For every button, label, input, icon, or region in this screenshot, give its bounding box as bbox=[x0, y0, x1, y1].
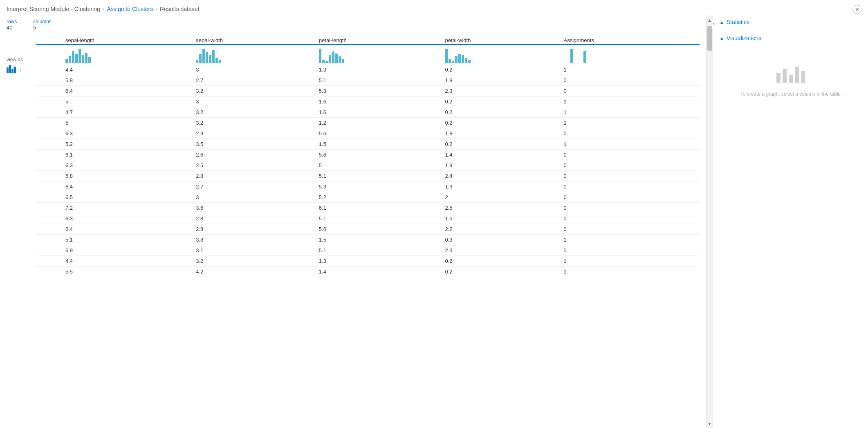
table-cell: 6.3 bbox=[65, 160, 196, 171]
scrollbar[interactable]: ▲ ▼ bbox=[706, 16, 713, 428]
histogram-assignments[interactable] bbox=[564, 45, 700, 65]
table-cell: 0 bbox=[564, 86, 700, 96]
table-cell: 3.6 bbox=[196, 203, 319, 213]
table-cell: 2.4 bbox=[445, 171, 564, 182]
table-cell: 0 bbox=[564, 160, 700, 171]
col-header-petal-width[interactable]: petal-width bbox=[445, 36, 564, 45]
table-row[interactable]: 6.32.95.61.80 bbox=[36, 128, 700, 139]
table-cell: 4.7 bbox=[65, 107, 196, 118]
table-cell: 1.9 bbox=[445, 160, 564, 171]
table-cell: 2.8 bbox=[196, 224, 319, 235]
svg-rect-4 bbox=[801, 71, 805, 83]
table-cell: 0.2 bbox=[445, 65, 564, 75]
filter-icon[interactable]: ⊤ bbox=[18, 67, 23, 73]
visualizations-section-header[interactable]: ▲ Visualizations bbox=[720, 35, 861, 44]
table-cell: 2.2 bbox=[445, 224, 564, 235]
scroll-down-button[interactable]: ▼ bbox=[707, 419, 713, 428]
scroll-up-button[interactable]: ▲ bbox=[707, 16, 713, 25]
table-cell: 1 bbox=[564, 107, 700, 118]
table-row[interactable]: 531.60.21 bbox=[36, 96, 700, 107]
histogram-sepal-length[interactable] bbox=[65, 45, 196, 65]
statistics-section-header[interactable]: ▲ Statistics bbox=[720, 19, 861, 28]
table-row[interactable]: 6.42.75.31.90 bbox=[36, 182, 700, 192]
histogram-petal-length[interactable] bbox=[319, 45, 445, 65]
columns-value: 5 bbox=[33, 25, 36, 31]
view-as-label: view as bbox=[7, 57, 36, 63]
table-cell: 1 bbox=[564, 267, 700, 277]
table-cell: 2.7 bbox=[196, 75, 319, 86]
columns-label: columns bbox=[33, 19, 52, 25]
table-row[interactable]: 4.431.30.21 bbox=[36, 65, 700, 75]
svg-rect-0 bbox=[776, 73, 781, 83]
table-cell: 0.3 bbox=[445, 235, 564, 245]
table-row[interactable]: 6.12.65.61.40 bbox=[36, 150, 700, 160]
table-cell: 5 bbox=[319, 160, 445, 171]
table-cell: 5 bbox=[65, 118, 196, 128]
col-header-sepal-length[interactable]: sepal-length bbox=[65, 36, 196, 45]
table-row[interactable]: 5.82.85.12.40 bbox=[36, 171, 700, 182]
table-cell: 3 bbox=[196, 65, 319, 75]
table-row[interactable]: 5.82.75.11.90 bbox=[36, 75, 700, 86]
statistics-triangle: ▲ bbox=[720, 20, 724, 25]
col-header-assignments[interactable]: Assignments bbox=[564, 36, 700, 45]
data-table: sepal-lengthsepal-widthpetal-lengthpetal… bbox=[36, 36, 700, 277]
table-cell: 3.2 bbox=[196, 107, 319, 118]
title-bar: Interpret Scoring Module - Clustering › … bbox=[0, 0, 868, 16]
table-cell: 6.4 bbox=[65, 86, 196, 96]
table-cell: 5.2 bbox=[319, 192, 445, 203]
table-cell: 6.1 bbox=[319, 203, 445, 213]
table-row[interactable]: 53.21.20.21 bbox=[36, 118, 700, 128]
table-cell: 2.8 bbox=[196, 213, 319, 224]
table-cell: 0.2 bbox=[445, 256, 564, 267]
table-cell: 0 bbox=[564, 182, 700, 192]
table-cell: 0 bbox=[564, 75, 700, 86]
table-cell: 2.8 bbox=[196, 171, 319, 182]
table-cell: 2.5 bbox=[445, 203, 564, 213]
breadcrumb-results: Results dataset bbox=[160, 6, 200, 12]
histogram-sepal-width[interactable] bbox=[196, 45, 319, 65]
table-row[interactable]: 6.32.85.11.50 bbox=[36, 213, 700, 224]
table-cell: 2.9 bbox=[196, 128, 319, 139]
table-row[interactable]: 4.73.21.60.21 bbox=[36, 107, 700, 118]
table-row[interactable]: 5.13.81.50.31 bbox=[36, 235, 700, 245]
table-cell: 3.8 bbox=[196, 235, 319, 245]
table-cell: 5.3 bbox=[319, 182, 445, 192]
table-row[interactable]: 4.43.21.30.21 bbox=[36, 256, 700, 267]
table-row[interactable]: 5.54.21.40.21 bbox=[36, 267, 700, 277]
table-cell: 5.3 bbox=[319, 86, 445, 96]
table-row[interactable]: 6.42.85.62.20 bbox=[36, 224, 700, 235]
table-cell: 1.9 bbox=[445, 182, 564, 192]
table-row[interactable]: 6.535.220 bbox=[36, 192, 700, 203]
table-row[interactable]: 6.43.25.32.30 bbox=[36, 86, 700, 96]
svg-rect-1 bbox=[783, 69, 787, 83]
rows-value: 40 bbox=[7, 25, 12, 31]
col-header-sepal-width[interactable]: sepal-width bbox=[196, 36, 319, 45]
table-cell: 1.6 bbox=[319, 96, 445, 107]
table-cell: 4.4 bbox=[65, 65, 196, 75]
table-row[interactable]: 6.32.551.90 bbox=[36, 160, 700, 171]
table-row[interactable]: 7.23.66.12.50 bbox=[36, 203, 700, 213]
table-cell: 6.4 bbox=[65, 182, 196, 192]
table-cell: 1.3 bbox=[319, 256, 445, 267]
view-as-bar-icon[interactable]: ⊤ bbox=[7, 65, 36, 73]
table-cell: 2.3 bbox=[445, 86, 564, 96]
col-header-petal-length[interactable]: petal-length bbox=[319, 36, 445, 45]
table-cell: 5.1 bbox=[319, 213, 445, 224]
table-cell: 1.3 bbox=[319, 65, 445, 75]
collapse-panel-button[interactable]: › bbox=[712, 20, 715, 28]
table-cell: 1.9 bbox=[445, 75, 564, 86]
table-row[interactable]: 6.93.15.12.30 bbox=[36, 245, 700, 256]
statistics-title: Statistics bbox=[727, 19, 749, 25]
table-cell: 0 bbox=[564, 192, 700, 203]
breadcrumb-assign[interactable]: Assign to Clusters bbox=[107, 6, 153, 12]
table-cell: 3.2 bbox=[196, 256, 319, 267]
close-button[interactable]: ✕ bbox=[852, 5, 861, 14]
table-cell: 3.2 bbox=[196, 118, 319, 128]
table-cell: 0 bbox=[564, 171, 700, 182]
visualizations-triangle: ▲ bbox=[720, 36, 724, 40]
histogram-petal-width[interactable] bbox=[445, 45, 564, 65]
table-cell: 1 bbox=[564, 235, 700, 245]
table-row[interactable]: 5.23.51.50.21 bbox=[36, 139, 700, 150]
scroll-thumb[interactable] bbox=[707, 26, 712, 51]
rows-meta: rows 40 bbox=[7, 19, 17, 31]
